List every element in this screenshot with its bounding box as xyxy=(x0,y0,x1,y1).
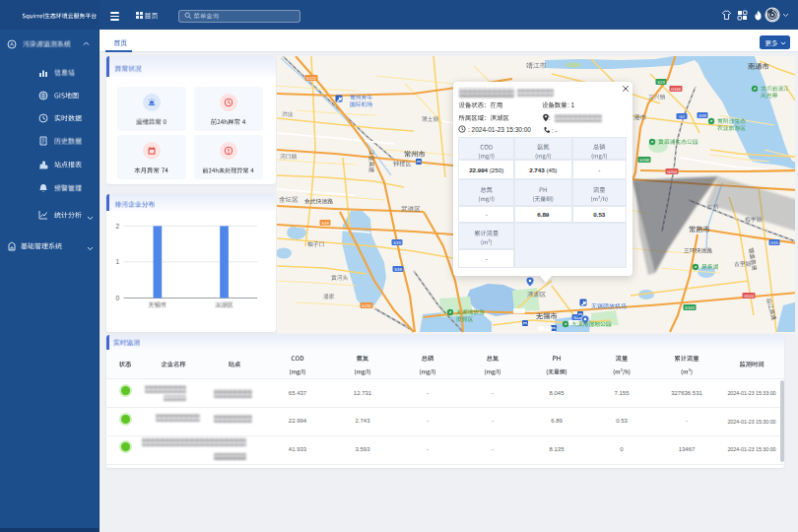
svg-text:1: 1 xyxy=(115,258,119,265)
svg-text:0: 0 xyxy=(115,295,119,301)
svg-text:2: 2 xyxy=(115,223,119,230)
